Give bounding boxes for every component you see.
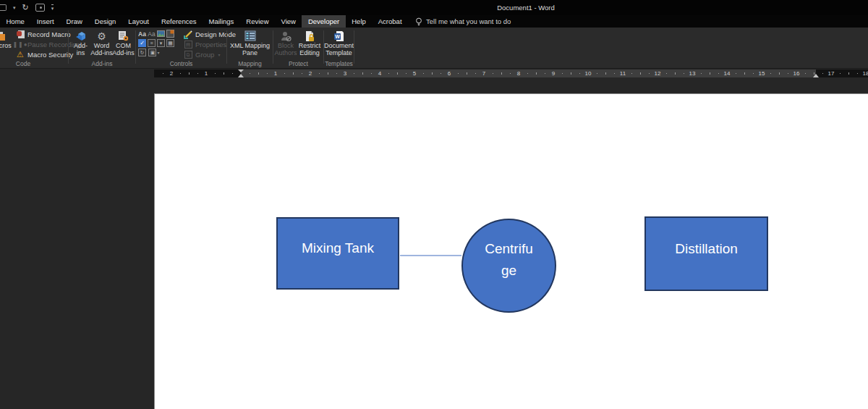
tab-mailings[interactable]: Mailings [203, 15, 240, 28]
document-canvas: Mixing Tank Centrifu ge Distillation [0, 77, 868, 409]
touch-mode-icon[interactable] [35, 4, 45, 12]
dropdown-list-control-button[interactable]: ▾ [156, 38, 166, 48]
ruler-tick [684, 73, 684, 74]
word-add-ins-button[interactable]: ⚙ Word Add-ins [91, 29, 112, 56]
horizontal-ruler[interactable]: 12123456789101112131415161718 [154, 69, 868, 77]
building-block-control-button[interactable] [166, 29, 175, 38]
tab-review[interactable]: Review [240, 15, 275, 28]
block-authors-button: Block Authors [275, 29, 297, 56]
ruler-tick [701, 73, 702, 74]
macros-button[interactable]: Macros [0, 29, 13, 50]
ruler-tick [614, 73, 615, 74]
tab-home[interactable]: Home [0, 15, 30, 28]
ribbon-group-controls: Aa Aa ✓ ≡ ▾ ▦ ↻ ▣▾ [136, 28, 226, 68]
ruler-tick [666, 73, 667, 74]
shape-mixing-tank[interactable]: Mixing Tank [276, 217, 399, 290]
tab-layout[interactable]: Layout [122, 15, 156, 28]
ribbon-group-templates: W Document Template Templates [324, 28, 354, 68]
tab-draw[interactable]: Draw [60, 15, 88, 28]
customize-qat-icon[interactable]: ▾ [51, 4, 54, 12]
shape-centrifuge[interactable]: Centrifu ge [461, 219, 556, 313]
tab-design[interactable]: Design [88, 15, 122, 28]
save-partial-icon[interactable] [0, 4, 7, 11]
word-add-ins-label-2: Add-ins [90, 50, 113, 57]
tab-developer[interactable]: Developer [302, 15, 345, 28]
ruler-tick [224, 72, 224, 75]
ruler-tick [848, 72, 849, 75]
ruler-number: 10 [585, 70, 592, 77]
macros-icon [0, 29, 5, 43]
macro-security-label: Macro Security [27, 51, 73, 59]
document-page[interactable]: Mixing Tank Centrifu ge Distillation [154, 93, 868, 409]
ruler-tick [467, 72, 467, 75]
ruler-tick [267, 73, 268, 74]
ruler-tick [232, 73, 233, 74]
ruler-tick [163, 73, 163, 74]
ribbon-tab-row: HomeInsertDrawDesignLayoutReferencesMail… [0, 15, 868, 28]
ruler-tick [406, 73, 407, 74]
ruler-tick [284, 73, 285, 74]
picture-control-button[interactable] [156, 29, 166, 38]
ruler-number: 8 [517, 70, 520, 77]
ribbon-group-mapping: XML Mapping Pane Mapping [227, 28, 273, 68]
connector-line[interactable] [400, 255, 461, 256]
tell-me-box[interactable]: Tell me what you want to do [415, 15, 511, 28]
ruler-tick [510, 73, 511, 74]
restrict-editing-label-2: Editing [299, 50, 320, 57]
redo-icon[interactable]: ↻ [22, 4, 29, 12]
legacy-tools-button[interactable]: ▣▾ [147, 48, 161, 57]
ruler-tick [371, 73, 372, 74]
ruler-tick [779, 72, 780, 75]
group-label-controls: Controls [136, 60, 226, 67]
rich-text-control-button[interactable]: Aa [137, 29, 147, 38]
ruler-tick [354, 73, 354, 74]
ruler-tick [493, 73, 493, 74]
qat-dropdown-icon[interactable]: ▾ [13, 5, 16, 11]
document-template-icon: W [333, 29, 345, 43]
tab-acrobat[interactable]: Acrobat [372, 15, 408, 28]
com-add-ins-icon [118, 29, 129, 43]
title-bar: ▾ ↻ ▾ Document1 - Word [0, 0, 868, 15]
ruler-number: 16 [793, 70, 800, 77]
repeating-section-control-button[interactable]: ↻ [137, 48, 147, 57]
ruler-number: 5 [413, 70, 416, 77]
ruler-tick [605, 72, 606, 75]
xml-mapping-pane-button[interactable]: XML Mapping Pane [229, 29, 271, 56]
ruler-tick [597, 73, 597, 74]
add-ins-button[interactable]: Add- ins [71, 29, 90, 56]
ruler-tick [501, 72, 502, 75]
record-macro-button[interactable]: Record Macro [16, 30, 71, 39]
ruler-number: 18 [863, 70, 868, 77]
checkbox-control-button[interactable]: ✓ [137, 38, 147, 48]
restrict-editing-button[interactable]: Restrict Editing [298, 29, 321, 56]
shape-distillation[interactable]: Distillation [644, 216, 768, 291]
ruler-tick [189, 72, 190, 75]
xml-mapping-pane-label-2: Pane [242, 50, 258, 57]
ruler-tick [805, 73, 806, 74]
ruler-tick [432, 72, 433, 75]
date-picker-control-button[interactable]: ▦ [166, 38, 175, 48]
first-line-indent-marker[interactable] [238, 69, 244, 72]
tab-references[interactable]: References [155, 15, 203, 28]
properties-label: Properties [195, 41, 226, 49]
combo-box-control-button[interactable]: ≡ [147, 38, 156, 48]
ruler-number: 2 [170, 70, 173, 77]
group-label-mapping: Mapping [227, 60, 273, 67]
document-template-label-2: Template [326, 50, 352, 57]
plain-text-control-button[interactable]: Aa [147, 29, 156, 38]
tab-view[interactable]: View [275, 15, 302, 28]
ruler-number: 9 [552, 70, 555, 77]
ruler-tick [388, 73, 389, 74]
macro-security-button[interactable]: ⚠ Macro Security [16, 50, 73, 59]
block-authors-icon [280, 29, 292, 43]
document-template-button[interactable]: W Document Template [326, 29, 352, 56]
ruler-number: 14 [724, 70, 731, 77]
tab-help[interactable]: Help [346, 15, 373, 28]
ruler-tick [822, 73, 823, 74]
tab-insert[interactable]: Insert [30, 15, 60, 28]
com-add-ins-button[interactable]: COM Add-ins [112, 29, 135, 56]
ruler-tick [336, 73, 337, 74]
ruler-tick [718, 73, 719, 74]
ruler-tick [180, 73, 181, 74]
svg-text:W: W [335, 34, 340, 39]
